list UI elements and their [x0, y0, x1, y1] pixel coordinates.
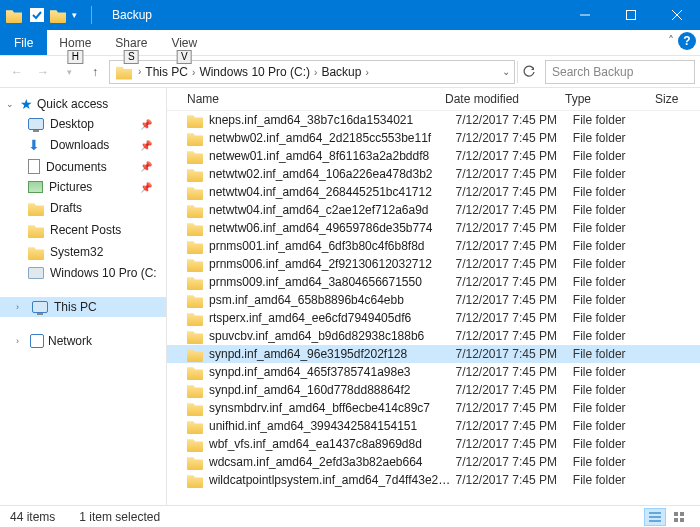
- qat-dropdown-icon[interactable]: ▾: [72, 10, 77, 20]
- table-row[interactable]: prnms001.inf_amd64_6df3b80c4f6b8f8d7/12/…: [167, 237, 700, 255]
- chevron-right-icon[interactable]: ›: [363, 67, 370, 78]
- large-icons-view-button[interactable]: [668, 508, 690, 526]
- sidebar-quick-access[interactable]: ⌄ ★ Quick access: [0, 94, 166, 114]
- svg-rect-1: [674, 512, 678, 516]
- breadcrumb-segment[interactable]: Windows 10 Pro (C:): [197, 65, 312, 79]
- file-name: prnms009.inf_amd64_3a804656671550: [209, 275, 455, 289]
- column-name[interactable]: Name: [187, 92, 445, 106]
- table-row[interactable]: netwtw04.inf_amd64_268445251bc417127/12/…: [167, 183, 700, 201]
- folder-icon: [187, 364, 203, 380]
- pin-icon: 📌: [140, 140, 152, 151]
- sidebar-item[interactable]: Documents📌: [0, 156, 166, 177]
- table-row[interactable]: synpd.inf_amd64_96e3195df202f1287/12/201…: [167, 345, 700, 363]
- chevron-down-icon: ⌄: [6, 99, 16, 109]
- file-type: File folder: [573, 329, 661, 343]
- sidebar-item[interactable]: Windows 10 Pro (C:: [0, 263, 166, 283]
- address-bar[interactable]: › This PC›Windows 10 Pro (C:)›Backup› ⌄: [109, 60, 515, 84]
- table-row[interactable]: kneps.inf_amd64_38b7c16da15340217/12/201…: [167, 111, 700, 129]
- table-row[interactable]: synpd.inf_amd64_160d778dd88864f27/12/201…: [167, 381, 700, 399]
- documents-icon: [28, 159, 40, 174]
- folder-icon: [187, 148, 203, 164]
- sidebar-item[interactable]: Drafts: [0, 197, 166, 219]
- table-row[interactable]: netwtw06.inf_amd64_49659786de35b7747/12/…: [167, 219, 700, 237]
- table-row[interactable]: netwbw02.inf_amd64_2d2185cc553be11f7/12/…: [167, 129, 700, 147]
- tab-view[interactable]: ViewV: [159, 32, 209, 55]
- file-date: 7/12/2017 7:45 PM: [455, 275, 572, 289]
- qat-folder-icon[interactable]: [50, 7, 66, 23]
- sidebar-item[interactable]: Desktop📌: [0, 114, 166, 134]
- ribbon-expand-icon[interactable]: ˄: [668, 34, 674, 48]
- refresh-button[interactable]: [517, 61, 539, 83]
- network-icon: [30, 334, 44, 348]
- file-date: 7/12/2017 7:45 PM: [455, 365, 572, 379]
- file-name: prnms001.inf_amd64_6df3b80c4f6b8f8d: [209, 239, 455, 253]
- sidebar-this-pc[interactable]: › This PC: [0, 297, 166, 317]
- search-input[interactable]: Search Backup: [545, 60, 695, 84]
- table-row[interactable]: psm.inf_amd64_658b8896b4c64ebb7/12/2017 …: [167, 291, 700, 309]
- file-list[interactable]: kneps.inf_amd64_38b7c16da15340217/12/201…: [167, 111, 700, 505]
- table-row[interactable]: prnms006.inf_amd64_2f921306120327127/12/…: [167, 255, 700, 273]
- breadcrumb-segment[interactable]: This PC: [143, 65, 190, 79]
- sidebar-item[interactable]: Pictures📌: [0, 177, 166, 197]
- table-row[interactable]: netwew01.inf_amd64_8f61163a2a2bddf87/12/…: [167, 147, 700, 165]
- folder-icon: [187, 418, 203, 434]
- file-type: File folder: [573, 149, 661, 163]
- file-type: File folder: [573, 365, 661, 379]
- file-date: 7/12/2017 7:45 PM: [455, 437, 572, 451]
- breadcrumb-segment[interactable]: Backup: [319, 65, 363, 79]
- svg-rect-4: [680, 518, 684, 522]
- file-type: File folder: [573, 185, 661, 199]
- sidebar-item[interactable]: ⬇Downloads📌: [0, 134, 166, 156]
- sidebar-network[interactable]: › Network: [0, 331, 166, 351]
- table-row[interactable]: synpd.inf_amd64_465f3785741a98e37/12/201…: [167, 363, 700, 381]
- up-button[interactable]: ↑: [83, 60, 107, 84]
- details-view-button[interactable]: [644, 508, 666, 526]
- file-type: File folder: [573, 221, 661, 235]
- forward-button[interactable]: →: [31, 60, 55, 84]
- file-type: File folder: [573, 383, 661, 397]
- file-name: netwew01.inf_amd64_8f61163a2a2bddf8: [209, 149, 455, 163]
- table-row[interactable]: netwtw04.inf_amd64_c2ae12ef712a6a9d7/12/…: [167, 201, 700, 219]
- keytip: V: [177, 50, 192, 64]
- qat-checkbox[interactable]: [30, 8, 44, 22]
- window-title: Backup: [112, 8, 152, 22]
- table-row[interactable]: unifhid.inf_amd64_39943425841541517/12/2…: [167, 417, 700, 435]
- drive-icon: [28, 267, 44, 279]
- close-button[interactable]: [654, 0, 700, 30]
- table-row[interactable]: prnms009.inf_amd64_3a8046566715507/12/20…: [167, 273, 700, 291]
- tab-home[interactable]: HomeH: [47, 32, 103, 55]
- sidebar-item-label: Downloads: [50, 138, 109, 152]
- table-row[interactable]: netwtw02.inf_amd64_106a226ea478d3b27/12/…: [167, 165, 700, 183]
- file-tab[interactable]: File: [0, 30, 47, 55]
- file-date: 7/12/2017 7:45 PM: [455, 347, 572, 361]
- downloads-icon: ⬇: [28, 137, 44, 153]
- table-row[interactable]: wbf_vfs.inf_amd64_ea1437c8a8969d8d7/12/2…: [167, 435, 700, 453]
- sidebar-item[interactable]: Recent Posts: [0, 219, 166, 241]
- table-row[interactable]: rtsperx.inf_amd64_ee6cfd7949405df67/12/2…: [167, 309, 700, 327]
- file-type: File folder: [573, 131, 661, 145]
- file-date: 7/12/2017 7:45 PM: [455, 239, 572, 253]
- table-row[interactable]: synsmbdrv.inf_amd64_bff6ecbe414c89c77/12…: [167, 399, 700, 417]
- tab-share[interactable]: ShareS: [103, 32, 159, 55]
- chevron-right-icon[interactable]: ›: [136, 66, 143, 77]
- folder-icon: [187, 454, 203, 470]
- svg-rect-2: [680, 512, 684, 516]
- column-type[interactable]: Type: [565, 92, 655, 106]
- address-dropdown-icon[interactable]: ⌄: [502, 66, 510, 77]
- back-button[interactable]: ←: [5, 60, 29, 84]
- column-date[interactable]: Date modified: [445, 92, 565, 106]
- table-row[interactable]: spuvcbv.inf_amd64_b9d6d82938c188b67/12/2…: [167, 327, 700, 345]
- file-date: 7/12/2017 7:45 PM: [455, 257, 572, 271]
- file-date: 7/12/2017 7:45 PM: [455, 401, 572, 415]
- sidebar-item-label: Windows 10 Pro (C:: [50, 266, 157, 280]
- file-name: synsmbdrv.inf_amd64_bff6ecbe414c89c7: [209, 401, 455, 415]
- table-row[interactable]: wildcatpointlpsystem.inf_amd64_7d4ff43e2…: [167, 471, 700, 489]
- table-row[interactable]: wdcsam.inf_amd64_2efd3a3b82aeb6647/12/20…: [167, 453, 700, 471]
- sidebar-item[interactable]: System32: [0, 241, 166, 263]
- minimize-button[interactable]: [562, 0, 608, 30]
- file-date: 7/12/2017 7:45 PM: [455, 293, 572, 307]
- column-size[interactable]: Size: [655, 92, 700, 106]
- help-icon[interactable]: ?: [678, 32, 696, 50]
- file-date: 7/12/2017 7:45 PM: [455, 167, 572, 181]
- maximize-button[interactable]: [608, 0, 654, 30]
